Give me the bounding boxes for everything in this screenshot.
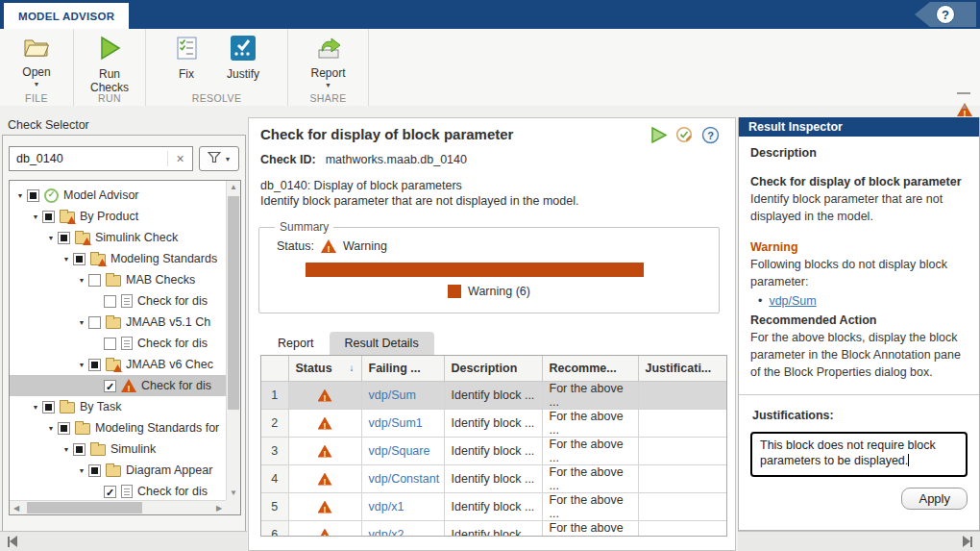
expand-arrow-icon[interactable]: ▼ (29, 213, 42, 220)
tree-item[interactable]: Check for dis (10, 375, 226, 396)
tree-checkbox[interactable] (88, 316, 101, 329)
failing-block-link[interactable]: vdp/Square (369, 444, 430, 458)
warning-icon (318, 501, 332, 513)
justify-icon (231, 36, 256, 64)
row-number: 5 (261, 492, 288, 520)
tree-checkbox[interactable] (42, 211, 55, 223)
expand-arrow-icon[interactable]: ▼ (75, 467, 88, 474)
inspector-check-desc: Identify block parameter that are not di… (750, 190, 968, 225)
tab-report[interactable]: Report (262, 332, 330, 355)
failing-block-link[interactable]: vdp/Sum1 (369, 416, 423, 430)
failing-cell: vdp/x1 (361, 492, 444, 520)
failing-block-link[interactable]: vdp/Sum (769, 292, 816, 310)
folder-icon (106, 465, 121, 477)
tree-item[interactable]: ▼Simulink (10, 438, 226, 460)
tree-checkbox[interactable] (73, 443, 86, 456)
warning-swatch (448, 285, 461, 298)
tree-item[interactable]: ▼By Product (10, 206, 226, 227)
scrollbar-corner (226, 500, 240, 514)
scroll-left-icon[interactable]: ◀ (10, 501, 23, 514)
run-this-check-button[interactable] (649, 126, 668, 148)
description-cell: Identify block ... (444, 464, 542, 492)
tree-item[interactable]: ▼Modeling Standards for (10, 417, 226, 438)
tree-checkbox[interactable] (104, 380, 116, 392)
run-checks-label: Run Checks (90, 67, 129, 94)
tree-item[interactable]: ▼Diagram Appear (10, 460, 226, 481)
check-search-field[interactable]: db_0140 × (9, 146, 193, 171)
tree-checkbox[interactable] (58, 232, 70, 244)
failing-block-link[interactable]: vdp/Sum (369, 388, 416, 402)
table-row[interactable]: 2vdp/Sum1Identify block ...For the above… (261, 409, 726, 437)
expand-arrow-icon[interactable]: ▼ (60, 446, 73, 453)
failing-block-link[interactable]: vdp/x2 (369, 528, 404, 538)
row-number: 4 (261, 464, 288, 492)
justification-cell (638, 492, 726, 520)
help-check-button[interactable]: ? (701, 126, 720, 148)
table-row[interactable]: 1vdp/SumIdentify block ...For the above … (261, 381, 726, 409)
expand-arrow-icon[interactable]: ▼ (13, 192, 27, 199)
expand-arrow-icon[interactable]: ▼ (75, 362, 88, 368)
expand-arrow-icon[interactable]: ▼ (75, 319, 88, 326)
expand-arrow-icon[interactable]: ▼ (44, 425, 58, 432)
tree-item[interactable]: Check for dis (10, 333, 226, 354)
tree-vertical-scrollbar[interactable]: ▲ ▼ (226, 181, 240, 500)
col-justification[interactable]: Justificati... (638, 356, 726, 381)
tree-checkbox[interactable] (88, 464, 101, 477)
failing-block-link[interactable]: vdp/x1 (369, 500, 404, 513)
scrollbar-thumb[interactable] (27, 502, 142, 513)
col-status[interactable]: Status↓ (288, 356, 361, 381)
table-row[interactable]: 6vdp/x2Identify block ...For the above .… (261, 520, 726, 537)
help-button[interactable]: ? (936, 5, 955, 24)
tree-checkbox[interactable] (88, 359, 101, 371)
tree-item[interactable]: ▼Simulink Check (10, 227, 226, 248)
clear-search-button[interactable]: × (167, 151, 192, 166)
tree-item[interactable]: ▼JMAAB v6 Chec (10, 354, 226, 375)
tree-item[interactable]: ▼Modeling Standards (10, 248, 226, 269)
text-cursor (908, 454, 909, 466)
scroll-up-icon[interactable]: ▲ (227, 181, 240, 194)
tree-checkbox[interactable] (88, 274, 101, 287)
expand-arrow-icon[interactable]: ▼ (44, 235, 58, 241)
col-description[interactable]: Description (444, 356, 542, 381)
apply-button[interactable]: Apply (901, 488, 968, 510)
tree-checkbox[interactable] (73, 253, 86, 265)
tab-model-advisor[interactable]: MODEL ADVISOR (4, 3, 129, 29)
col-recommendation[interactable]: Recomme... (542, 356, 638, 381)
table-row[interactable]: 5vdp/x1Identify block ...For the above .… (261, 492, 726, 520)
check-document-icon (121, 485, 133, 498)
tree-item[interactable]: ▼MAB Checks (10, 269, 226, 290)
scroll-down-icon[interactable]: ▼ (227, 487, 240, 500)
table-row[interactable]: 3vdp/SquareIdentify block ...For the abo… (261, 437, 726, 464)
collapse-left-panel-button[interactable] (8, 536, 17, 547)
folder-icon (60, 402, 75, 413)
table-row[interactable]: 4vdp/ConstantIdentify block ...For the a… (261, 464, 726, 492)
warning-icon (318, 473, 332, 486)
tree-horizontal-scrollbar[interactable]: ◀ ▶ (10, 500, 226, 514)
expand-arrow-icon[interactable]: ▼ (60, 256, 73, 263)
scrollbar-thumb[interactable] (228, 196, 239, 410)
tree-item[interactable]: ▼Model Advisor (10, 185, 226, 206)
justify-check-button[interactable] (675, 126, 694, 148)
tree-checkbox[interactable] (104, 338, 116, 350)
tree-checkbox[interactable] (27, 189, 39, 202)
tree-checkbox[interactable] (104, 486, 116, 498)
expand-arrow-icon[interactable]: ▼ (29, 404, 42, 411)
tab-result-details[interactable]: Result Details (330, 332, 434, 355)
expand-arrow-icon[interactable]: ▼ (75, 277, 88, 284)
title-bar: MODEL ADVISOR ? (0, 0, 980, 29)
collapse-right-panel-button[interactable] (963, 536, 972, 547)
tree-checkbox[interactable] (42, 401, 55, 413)
tree-item[interactable]: ▼JMAAB v5.1 Ch (10, 312, 226, 333)
justification-input[interactable]: This block does not require block parame… (750, 432, 968, 477)
tree-checkbox[interactable] (58, 422, 70, 435)
scroll-right-icon[interactable]: ▶ (212, 501, 226, 514)
filter-button[interactable]: ▼ (199, 146, 239, 171)
model-advisor-icon (44, 188, 59, 203)
failing-block-link[interactable]: vdp/Constant (369, 472, 440, 486)
tree-item[interactable]: ▼By Task (10, 396, 226, 417)
col-failing[interactable]: Failing ... (361, 356, 444, 381)
tree-checkbox[interactable] (104, 295, 116, 308)
search-input[interactable]: db_0140 (10, 152, 167, 165)
tree-item[interactable]: Check for dis (10, 290, 226, 312)
tree-item[interactable]: Check for dis (10, 481, 226, 500)
